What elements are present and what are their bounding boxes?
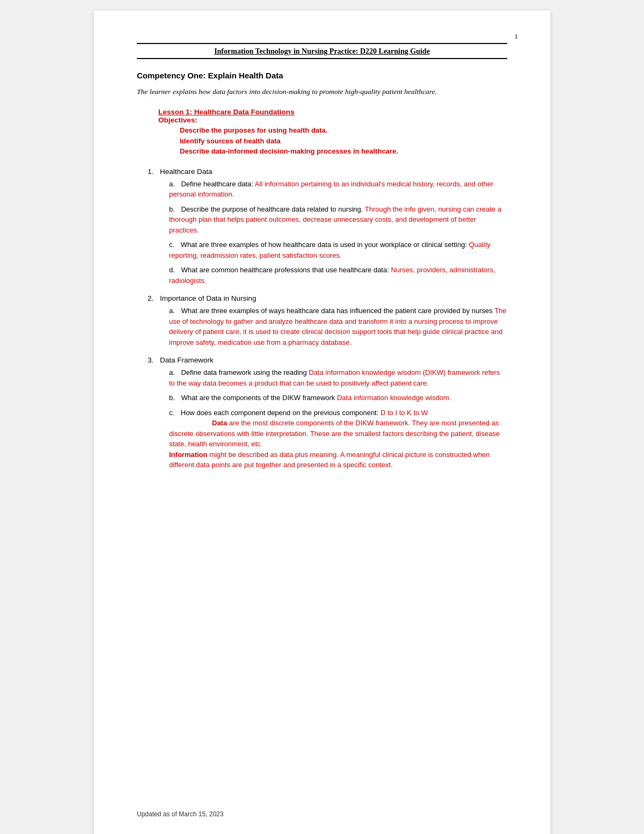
sub-item-3b-answer: Data information knowledge wisdom. [335,394,451,402]
sub-item-3c-data-block: Data are the most discrete components of… [169,419,500,469]
main-numbered-list: Healthcare Data Define healthcare data: … [148,168,507,470]
sub-list-2: What are three examples of ways healthca… [169,306,507,347]
sub-item-2a-question: What are three examples of ways healthca… [181,307,492,315]
objective-3: Describe data-informed decision-making p… [180,146,507,157]
competency-prefix: Competency One: [137,71,206,80]
sub-list-1: Define healthcare data: All information … [169,179,507,286]
sub-item-3a: Define data framework using the reading … [169,367,507,388]
objectives-label: Objectives: [158,116,507,124]
sub-item-1c-question: What are three examples of how healthcar… [181,241,467,249]
footer-text: Updated as of March 15, 2023 [137,810,223,818]
sub-item-1a: Define healthcare data: All information … [169,179,507,200]
sub-item-2a: What are three examples of ways healthca… [169,306,507,347]
list-item-2: Importance of Data in Nursing What are t… [148,294,507,347]
sub-item-3c-info-text: might be described as data plus meaning.… [169,451,490,469]
sub-item-1b-question: Describe the purpose of healthcare data … [181,205,363,213]
sub-item-3c-bold-info: Information [169,451,208,459]
sub-item-3c: How does each component depend on the pr… [169,408,507,470]
objective-1: Describe the purposes for using health d… [180,125,507,136]
header-bottom-rule [137,58,507,59]
header-top-rule [137,43,507,44]
sub-item-1d-question: What are common healthcare professions t… [181,266,389,274]
document-page: 1 Information Technology in Nursing Prac… [94,11,550,834]
sub-item-1a-question: Define healthcare data: [181,180,253,188]
objectives-list: Describe the purposes for using health d… [180,125,507,157]
sub-item-3b-question: What are the components of the DIKW fram… [181,394,335,402]
list-item-1-heading: Healthcare Data [160,168,213,176]
sub-item-3c-prefix: D to I to K to W [380,409,428,417]
sub-item-3c-bold-data: Data [212,419,227,427]
sub-list-3: Define data framework using the reading … [169,367,507,470]
lesson-title: Lesson 1: Healthcare Data Foundations [158,108,507,116]
sub-item-3b: What are the components of the DIKW fram… [169,393,507,403]
sub-item-1c: What are three examples of how healthcar… [169,240,507,260]
intro-text: The learner explains how data factors in… [137,86,507,97]
competency-heading: Competency One: Explain Health Data [137,71,507,80]
sub-item-1b: Describe the purpose of healthcare data … [169,204,507,236]
objective-2: Identify sources of health data [180,136,507,147]
sub-item-3c-question: How does each component depend on the pr… [181,409,379,417]
list-item-1: Healthcare Data Define healthcare data: … [148,168,507,286]
document-title: Information Technology in Nursing Practi… [137,47,507,56]
sub-item-3a-question: Define data framework using the reading [181,368,306,376]
lesson-block: Lesson 1: Healthcare Data Foundations Ob… [158,108,507,157]
list-item-3: Data Framework Define data framework usi… [148,356,507,470]
page-number: 1 [515,32,518,41]
list-item-2-heading: Importance of Data in Nursing [160,294,256,302]
sub-item-1d: What are common healthcare professions t… [169,265,507,286]
competency-title: Explain Health Data [208,71,283,80]
list-item-3-heading: Data Framework [160,356,214,364]
